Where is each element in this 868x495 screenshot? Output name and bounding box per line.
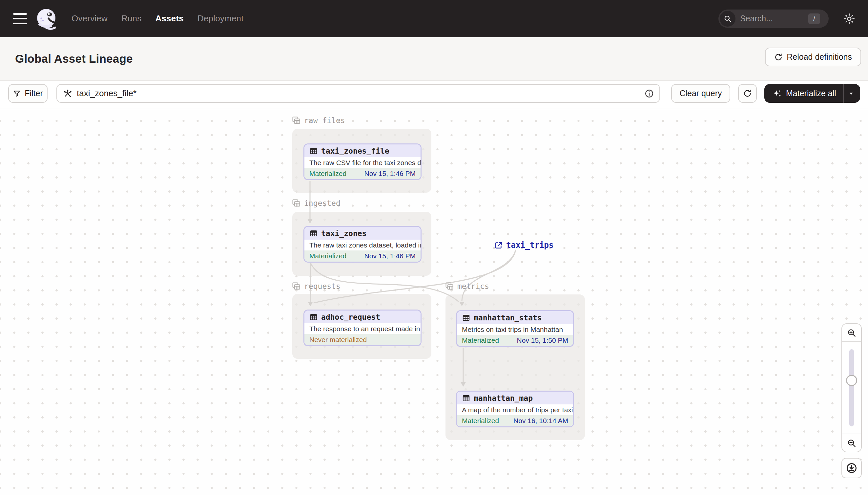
settings-gear-icon[interactable] [843,13,855,25]
asset-group-icon [445,281,454,291]
materialization-timestamp: Nov 15, 1:46 PM [365,170,415,177]
download-image-button[interactable] [842,458,862,478]
asset-group-icon [291,116,301,125]
dagster-logo-icon[interactable] [35,7,58,30]
op-selector-icon [63,89,73,99]
zoom-slider-thumb[interactable] [846,375,857,386]
asset-node-adhoc-request[interactable]: adhoc_request The response to an request… [303,309,422,346]
status-badge: Materialized [462,417,499,425]
nav-links: Overview Runs Assets Deployment [72,14,244,24]
filter-funnel-icon [13,90,21,98]
status-badge: Materialized [309,170,347,177]
global-search[interactable]: / [719,10,829,28]
nav-item-overview[interactable]: Overview [72,14,108,24]
search-icon [720,11,736,27]
group-label-requests[interactable]: requests [291,281,340,291]
lineage-canvas[interactable]: raw_files ingested requests metrics [0,109,868,495]
materialization-timestamp: Nov 15, 1:50 PM [517,337,568,344]
asset-selection-input[interactable] [77,88,644,99]
nav-item-deployment[interactable]: Deployment [197,14,244,24]
zoom-out-icon [847,438,856,448]
refresh-button[interactable] [738,84,757,103]
filter-button[interactable]: Filter [8,84,48,103]
table-icon [462,313,471,322]
asset-group-icon [291,281,301,291]
table-icon [309,229,318,238]
materialize-all-split-button: Materialize all [764,84,860,103]
zoom-in-button[interactable] [842,324,861,342]
asset-name: manhattan_stats [474,313,542,322]
asset-node-taxi-zones-file[interactable]: taxi_zones_file The raw CSV file for the… [303,143,422,180]
asset-node-taxi-zones[interactable]: taxi_zones The raw taxi zones dataset, l… [303,226,422,262]
nav-item-runs[interactable]: Runs [121,14,142,24]
page-header: Global Asset Lineage Reload definitions [0,37,868,81]
materialize-options-dropdown[interactable] [844,84,859,103]
asset-description: A map of the number of trips per taxi z.… [457,405,573,415]
search-shortcut-badge: / [808,14,820,24]
search-input[interactable] [740,14,796,23]
asset-selection-input-wrap [56,84,660,103]
materialization-timestamp: Nov 16, 10:14 AM [513,417,568,425]
asset-description: The raw CSV file for the taxi zones dat.… [304,157,421,168]
status-badge: Materialized [309,252,347,260]
zoom-out-button[interactable] [842,433,861,452]
nav-item-assets[interactable]: Assets [155,14,183,24]
asset-description: Metrics on taxi trips in Manhattan [457,324,573,335]
reload-definitions-button[interactable]: Reload definitions [765,48,861,66]
chevron-down-icon [848,90,854,97]
materialize-all-button[interactable]: Materialize all [764,84,844,103]
query-info-icon[interactable] [644,89,654,99]
reload-icon [774,53,783,62]
asset-description: The raw taxi zones dataset, loaded int..… [304,240,421,251]
sparkle-icon [772,89,782,99]
asset-node-manhattan-stats[interactable]: manhattan_stats Metrics on taxi trips in… [456,310,574,347]
zoom-controls [842,323,862,452]
download-icon [846,462,857,474]
group-label-ingested[interactable]: ingested [291,199,340,208]
zoom-slider-track[interactable] [849,349,854,426]
lineage-toolbar: Filter Clear query Materi [0,81,868,109]
lineage-edges [0,109,868,495]
clear-query-button[interactable]: Clear query [671,84,730,103]
page-title: Global Asset Lineage [15,52,133,65]
menu-icon[interactable] [13,13,27,24]
zoom-in-icon [847,328,856,338]
status-badge: Materialized [462,337,499,344]
asset-group-icon [291,199,301,208]
asset-name: taxi_zones_file [321,147,389,155]
top-nav: Overview Runs Assets Deployment / [0,0,868,37]
group-label-metrics[interactable]: metrics [445,281,489,291]
group-label-raw-files[interactable]: raw_files [291,116,345,125]
asset-description: The response to an request made in th... [304,323,421,334]
table-icon [309,147,318,155]
refresh-icon [743,89,752,98]
zoom-slider [842,342,861,433]
asset-name: taxi_zones [321,229,367,238]
external-asset-taxi-trips[interactable]: taxi_trips [494,241,554,250]
asset-name: manhattan_map [474,394,533,403]
external-link-icon [494,241,503,250]
status-badge: Never materialized [309,336,367,344]
materialization-timestamp: Nov 15, 1:46 PM [365,252,415,260]
asset-node-manhattan-map[interactable]: manhattan_map A map of the number of tri… [456,391,574,427]
table-icon [309,313,318,321]
table-icon [462,394,471,403]
asset-name: adhoc_request [321,313,380,321]
